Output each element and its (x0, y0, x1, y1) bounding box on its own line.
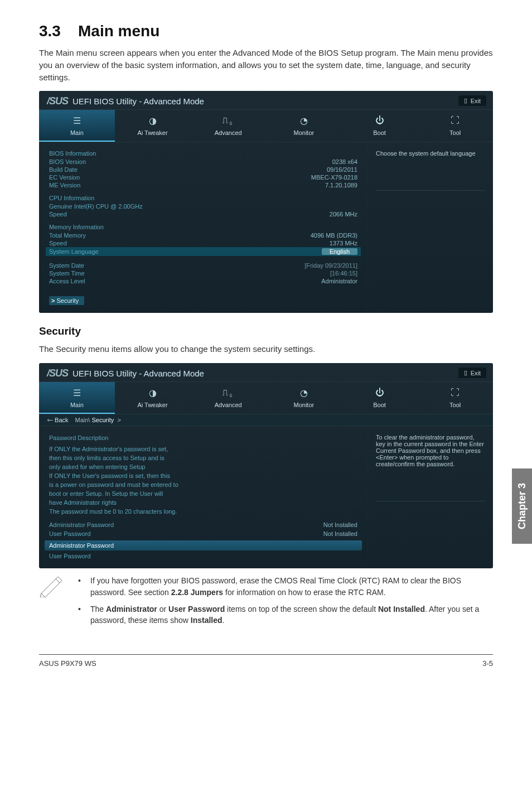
tab-advanced[interactable]: ⎍₀Advanced (190, 382, 266, 414)
help-text: Choose the system default language (376, 150, 485, 157)
security-submenu-link[interactable]: >Security (49, 296, 84, 305)
bios-utility-title: UEFI BIOS Utility - Advanced Mode (72, 96, 204, 106)
exit-icon: ▯ (464, 97, 467, 104)
cpu-name: Genuine Intel(R) CPU @ 2.00GHz (49, 203, 143, 210)
bios-info-heading: BIOS Information (49, 150, 357, 157)
tab-boot[interactable]: ⏻ Boot (342, 110, 418, 142)
tab-monitor[interactable]: ◔Monitor (266, 382, 342, 414)
list-icon: ☰ (39, 388, 115, 399)
system-language-label: System Language (49, 248, 99, 255)
exit-label: Exit (471, 98, 481, 104)
note2-a: The (90, 605, 106, 613)
security-heading: Security (39, 325, 493, 337)
access-level-value: Administrator (321, 278, 357, 284)
tab-ai-tweaker[interactable]: ◑ Ai Tweaker (115, 110, 191, 142)
svg-line-0 (43, 577, 58, 591)
footer-product: ASUS P9X79 WS (39, 659, 96, 668)
cpu-speed-label: Speed (49, 211, 67, 218)
security-link-label: Security (56, 297, 79, 304)
system-time-value[interactable]: [16:46:15] (330, 270, 357, 277)
tweaker-icon: ◑ (115, 388, 191, 399)
pwd-desc-line: boot or enter Setup. In Setup the User w… (49, 490, 357, 499)
cpu-info-heading: CPU Information (49, 195, 357, 201)
tab-monitor[interactable]: ◔ Monitor (266, 110, 342, 142)
admin-password-status-value: Not Installed (323, 521, 357, 528)
user-password-status-label: User Password (49, 530, 91, 537)
note-bullet-1: • If you have forgotten your BIOS passwo… (78, 575, 493, 598)
tab-main-label: Main (70, 129, 84, 136)
tab-boot-label: Boot (373, 129, 386, 136)
back-button[interactable]: 🡐 Back (47, 417, 69, 423)
crumb-main: Main\ (75, 417, 90, 423)
tab-tool[interactable]: ⛶ Tool (417, 110, 493, 142)
asus-logo: /SUS (47, 95, 68, 107)
tool-icon: ⛶ (417, 388, 493, 399)
note2-i: . (223, 616, 225, 625)
bios-tabs: ☰ Main ◑ Ai Tweaker ⎍₀ Advanced ◔ Monito… (39, 109, 493, 142)
access-level-label: Access Level (49, 278, 85, 284)
tab-advanced[interactable]: ⎍₀ Advanced (190, 110, 266, 142)
note2-d: User Password (168, 605, 225, 613)
total-memory-label: Total Memory (49, 232, 86, 239)
system-date-label: System Date (49, 262, 84, 269)
bios-utility-title: UEFI BIOS Utility - Advanced Mode (72, 369, 204, 378)
tab-boot-label: Boot (373, 402, 386, 408)
pwd-desc-line: only asked for when entering Setup (49, 463, 357, 472)
help-text: To clear the administrator password, key… (376, 434, 485, 467)
security-intro: The Security menu items allow you to cha… (39, 343, 493, 355)
user-password-item[interactable]: User Password (49, 552, 357, 561)
section-heading: 3.3Main menu (39, 22, 493, 40)
tab-main[interactable]: ☰Main (39, 382, 115, 414)
bios-main-screenshot: /SUS UEFI BIOS Utility - Advanced Mode ▯… (39, 91, 493, 313)
pwd-desc-line: If ONLY the Administrator's password is … (49, 445, 357, 454)
tab-tool-label: Tool (449, 129, 461, 136)
exit-label: Exit (471, 370, 481, 376)
tab-tool[interactable]: ⛶Tool (417, 382, 493, 414)
tab-ai-tweaker[interactable]: ◑Ai Tweaker (115, 382, 191, 414)
exit-icon: ▯ (464, 369, 467, 376)
memory-info-heading: Memory Information (49, 224, 357, 230)
tab-advanced-label: Advanced (215, 402, 242, 408)
gauge-icon: ◔ (266, 115, 342, 127)
ec-version-value: MBEC-X79-0218 (311, 174, 357, 181)
cpu-speed-value: 2066 MHz (330, 211, 357, 218)
section-number: 3.3 (39, 22, 78, 40)
tab-main-label: Main (70, 402, 84, 408)
note1-text-c: for information on how to erase the RTC … (223, 588, 386, 597)
pwd-desc-line: have Administrator rights (49, 499, 357, 508)
footer-page-number: 3-5 (482, 659, 493, 668)
tab-tool-label: Tool (449, 402, 461, 408)
note2-b: Administrator (106, 605, 157, 613)
pwd-desc-line: If ONLY the User's password is set, then… (49, 472, 357, 481)
chip-icon: ⎍₀ (190, 388, 266, 399)
asus-logo: /SUS (47, 368, 68, 379)
list-icon: ☰ (39, 115, 115, 127)
tab-ai-tweaker-label: Ai Tweaker (137, 402, 167, 408)
gauge-icon: ◔ (266, 388, 342, 399)
exit-button[interactable]: ▯ Exit (458, 368, 486, 378)
user-password-status-value: Not Installed (323, 530, 357, 537)
system-time-label: System Time (49, 270, 85, 277)
note2-f: Not Installed (378, 605, 425, 613)
power-icon: ⏻ (342, 115, 418, 127)
memory-speed-label: Speed (49, 240, 67, 247)
note2-c: or (157, 605, 168, 613)
administrator-password-item[interactable]: Administrator Password (45, 540, 362, 550)
chapter-side-tab: Chapter 3 (512, 468, 532, 544)
system-date-value[interactable]: [Friday 09/23/2011] (304, 262, 357, 269)
bios-security-screenshot: /SUS UEFI BIOS Utility - Advanced Mode ▯… (39, 363, 493, 568)
tab-boot[interactable]: ⏻Boot (342, 382, 418, 414)
build-date-label: Build Date (49, 166, 78, 173)
tab-ai-tweaker-label: Ai Tweaker (137, 129, 167, 136)
exit-button[interactable]: ▯ Exit (458, 95, 486, 106)
intro-paragraph: The Main menu screen appears when you en… (39, 47, 493, 83)
pwd-desc-line: The password must be 0 to 20 characters … (49, 508, 357, 516)
note-pencil-icon (39, 575, 66, 597)
system-language-row[interactable]: System LanguageEnglish (46, 247, 361, 256)
me-version-label: ME Version (49, 182, 80, 189)
admin-password-status-label: Administrator Password (49, 521, 114, 528)
build-date-value: 09/16/2011 (327, 166, 357, 173)
tab-main[interactable]: ☰ Main (39, 110, 115, 142)
bios-version-label: BIOS Version (49, 158, 86, 165)
crumb-current: Security (92, 417, 114, 423)
